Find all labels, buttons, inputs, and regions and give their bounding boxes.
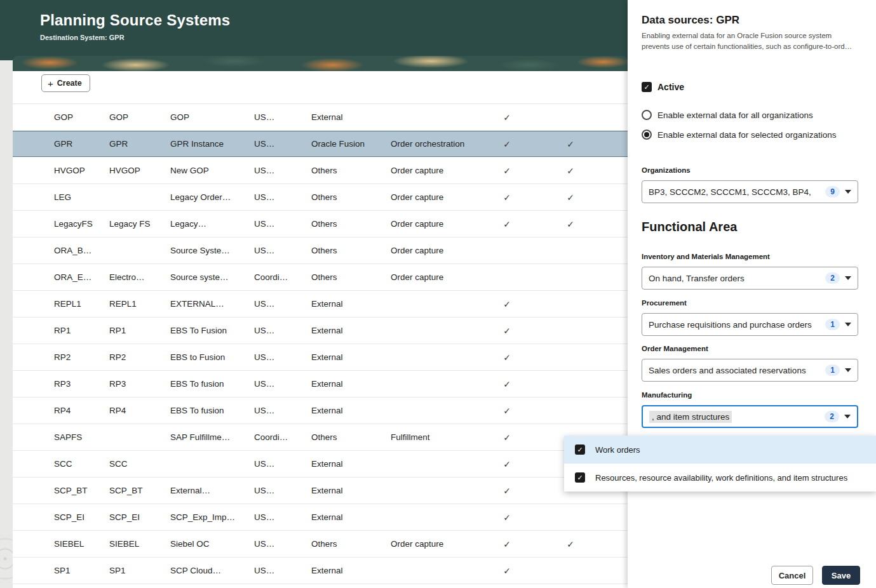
manufacturing-select[interactable]: , and item structures 2	[642, 405, 858, 428]
cell-4: Coordi…	[254, 432, 311, 442]
checkmark-icon: ✓	[539, 219, 602, 229]
table-row[interactable]: RP3 RP3 EBS To fusion US… External ✓	[13, 371, 628, 398]
table-row[interactable]: ORA_E… Electro… Source syste… Coordi… Ot…	[13, 264, 628, 291]
table-row[interactable]: GPR GPR GPR Instance US… Oracle Fusion O…	[13, 131, 628, 157]
checkmark-icon: ✓	[475, 379, 539, 389]
save-button[interactable]: Save	[822, 566, 860, 585]
organizations-select[interactable]: BP3, SCCCM2, SCCCM1, SCCCM3, BP4, 9	[642, 180, 858, 203]
option-checkbox[interactable]	[575, 444, 585, 455]
page-title: Planning Source Systems	[40, 11, 230, 29]
create-button[interactable]: + Create	[41, 74, 90, 92]
cell-2: RP4	[109, 406, 170, 415]
table-row[interactable]: ORA_B… Source Syste… US… Others Order ca…	[13, 237, 628, 264]
cell-3: EBS To fusion	[170, 379, 254, 389]
checkmark-icon: ✓	[475, 352, 539, 363]
cell-5: External	[311, 299, 391, 309]
checkmark-icon: ✓	[475, 486, 539, 496]
table-row[interactable]: GOP GOP GOP US… External ✓	[13, 104, 628, 131]
table-row[interactable]: SCC SCC US… External ✓	[13, 451, 628, 478]
cell-3: Source Syste…	[170, 246, 254, 255]
procurement-value: Purchase requisitions and purchase order…	[649, 320, 820, 330]
cell-5: External	[311, 566, 391, 575]
checkmark-icon: ✓	[475, 539, 539, 549]
cell-6: Order capture	[391, 219, 475, 229]
cell-4: US…	[254, 352, 311, 362]
radio-selected-organizations-row: Enable external data for selected organi…	[642, 130, 836, 140]
radio-all-organizations-label: Enable external data for all organizatio…	[657, 110, 813, 120]
cell-6: Order capture	[391, 272, 475, 282]
cell-2: SCP_EI	[109, 512, 170, 522]
checkmark-icon: ✓	[475, 299, 539, 309]
cell-2: HVGOP	[109, 166, 170, 175]
cancel-button[interactable]: Cancel	[771, 566, 813, 585]
cell-5: Others	[311, 272, 391, 282]
cell-4: US…	[254, 406, 311, 415]
cell-4: US…	[254, 246, 311, 255]
panel-description: Enabling external data for an Oracle Fus…	[642, 30, 861, 53]
cell-1: SCC	[13, 459, 109, 469]
table-row[interactable]: SAPFS SAP Fulfillme… Coordi… Others Fulf…	[13, 424, 628, 451]
cell-3: GPR Instance	[170, 139, 254, 149]
cell-4: US…	[254, 112, 311, 122]
cell-4: US…	[254, 539, 311, 549]
cell-4: US…	[254, 486, 311, 495]
cell-3: EBS To fusion	[170, 406, 254, 415]
cell-2: REPL1	[109, 299, 170, 309]
table-row[interactable]: RP4 RP4 EBS To fusion US… External ✓	[13, 398, 628, 424]
cell-4: US…	[254, 566, 311, 575]
cell-4: US…	[254, 512, 311, 522]
cell-5: External	[311, 406, 391, 415]
option-checkbox[interactable]	[575, 472, 585, 483]
chevron-down-icon	[845, 323, 851, 326]
table-row[interactable]: RP2 RP2 EBS to Fusion US… External ✓	[13, 344, 628, 371]
cell-5: Others	[311, 166, 391, 175]
order-management-select[interactable]: Sales orders and associated reservations…	[642, 359, 858, 382]
active-checkbox[interactable]	[642, 82, 652, 92]
table-row[interactable]: SCP_BT SCP_BT External… US… External ✓	[13, 478, 628, 504]
cell-1: ORA_E…	[13, 272, 109, 282]
cell-5: External	[311, 512, 391, 522]
cell-5: External	[311, 112, 391, 122]
checkmark-icon: ✓	[475, 459, 539, 469]
dropdown-option-resources[interactable]: Resources, resource availability, work d…	[564, 464, 876, 491]
radio-selected-organizations[interactable]	[642, 130, 652, 140]
checkmark-icon: ✓	[539, 166, 602, 176]
inventory-select[interactable]: On hand, Transfer orders 2	[642, 267, 858, 290]
cell-1: SAPFS	[13, 432, 109, 442]
cell-4: US…	[254, 299, 311, 309]
cell-3: External…	[170, 486, 254, 495]
cell-2: SIEBEL	[109, 539, 170, 549]
radio-all-organizations[interactable]	[642, 110, 652, 120]
cell-4: US…	[254, 219, 311, 229]
table-row[interactable]: LegacyFS Legacy FS Legacy… US… Others Or…	[13, 211, 628, 237]
checkmark-icon: ✓	[475, 139, 539, 149]
table-row[interactable]: LEG Legacy Order… US… Others Order captu…	[13, 184, 628, 211]
cell-3: EXTERNAL…	[170, 299, 254, 309]
cell-1: REPL1	[13, 299, 109, 309]
table-row[interactable]: SP1 SP1 SCP Cloud… US… External ✓	[13, 558, 628, 584]
cell-2: GOP	[109, 112, 170, 122]
dropdown-option-work-orders[interactable]: Work orders	[564, 436, 876, 464]
cell-2: RP1	[109, 326, 170, 335]
checkmark-icon: ✓	[539, 192, 602, 203]
table-row[interactable]: SCP_EI SCP_EI SCP_Exp_Imp… US… External …	[13, 504, 628, 531]
table-row[interactable]: REPL1 REPL1 EXTERNAL… US… External ✓	[13, 291, 628, 317]
table-row[interactable]: HVGOP HVGOP New GOP US… Others Order cap…	[13, 157, 628, 184]
order-management-value: Sales orders and associated reservations	[649, 366, 820, 375]
manufacturing-dropdown-list: Work orders Resources, resource availabi…	[564, 436, 876, 491]
manufacturing-value: , and item structures	[649, 411, 732, 423]
functional-area-title: Functional Area	[642, 220, 737, 234]
radio-all-organizations-row: Enable external data for all organizatio…	[642, 110, 813, 120]
table-row[interactable]: RP1 RP1 EBS To Fusion US… External ✓	[13, 317, 628, 344]
checkmark-icon: ✓	[475, 219, 539, 229]
procurement-select[interactable]: Purchase requisitions and purchase order…	[642, 313, 858, 336]
checkmark-icon: ✓	[539, 139, 602, 149]
cell-6: Order capture	[391, 166, 475, 175]
checkmark-icon: ✓	[475, 112, 539, 123]
create-button-label: Create	[57, 79, 82, 88]
cell-5: External	[311, 326, 391, 335]
cell-4: Coordi…	[254, 272, 311, 282]
table-row[interactable]: SIEBEL SIEBEL Siebel OC US… Others Order…	[13, 531, 628, 558]
cell-5: Others	[311, 539, 391, 549]
cell-6: Order capture	[391, 192, 475, 202]
